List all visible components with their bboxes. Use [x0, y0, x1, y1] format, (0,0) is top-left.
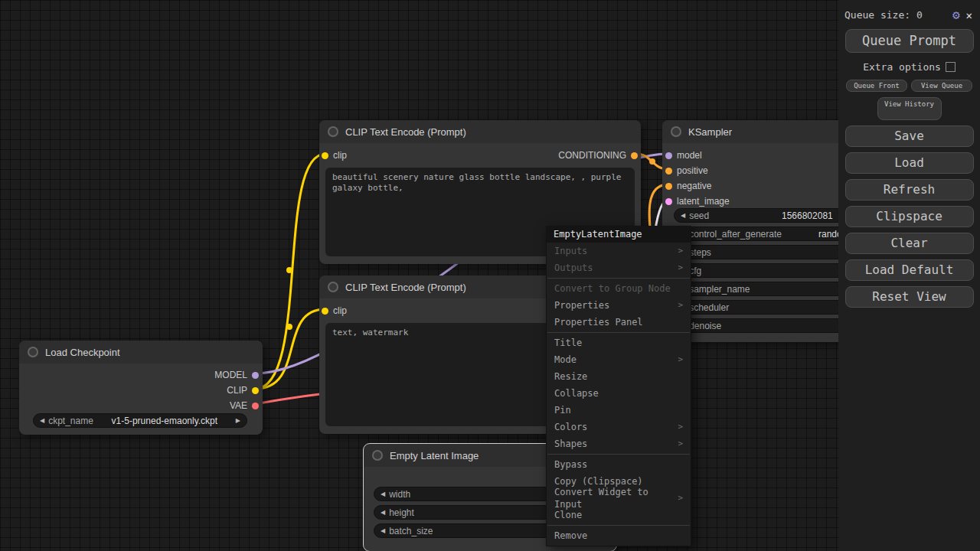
context-menu-item-collapse[interactable]: Collapse	[547, 385, 691, 402]
queue-size-label: Queue size: 0	[844, 9, 946, 21]
output-slot-model[interactable]: MODEL	[214, 370, 259, 380]
context-menu-item-remove[interactable]: Remove	[547, 527, 691, 544]
input-slot-latent-image[interactable]: latent_image	[665, 196, 730, 207]
submenu-arrow-icon: >	[678, 492, 683, 504]
node-title: CLIP Text Encode (Prompt)	[345, 282, 466, 293]
refresh-button[interactable]: Refresh	[845, 179, 974, 201]
node-title: KSampler	[688, 126, 732, 138]
reset-view-button[interactable]: Reset View	[845, 286, 974, 308]
context-menu-title: EmptyLatentImage	[547, 227, 691, 243]
context-menu-item-mode[interactable]: Mode >	[547, 351, 691, 368]
model-output-dot[interactable]	[252, 372, 259, 379]
input-slot-model[interactable]: model	[665, 150, 702, 161]
submenu-arrow-icon: >	[678, 421, 683, 433]
queue-prompt-button[interactable]: Queue Prompt	[845, 29, 974, 53]
input-slot-positive[interactable]: positive	[665, 165, 708, 176]
separator	[547, 525, 690, 526]
context-menu-item-inputs[interactable]: Inputs >	[547, 243, 691, 259]
context-menu-item-outputs[interactable]: Outputs >	[547, 259, 691, 276]
extra-options-label: Extra options	[863, 61, 941, 73]
node-title: Empty Latent Image	[390, 450, 479, 461]
view-queue-button[interactable]: View Queue	[911, 80, 972, 92]
node-title: Load Checkpoint	[45, 347, 120, 358]
node-header[interactable]: Load Checkpoint	[19, 341, 263, 364]
clip-input-dot[interactable]	[322, 152, 328, 159]
output-slot-clip[interactable]: CLIP	[227, 385, 259, 396]
collapse-icon[interactable]	[372, 450, 383, 461]
submenu-arrow-icon: >	[678, 438, 683, 450]
context-menu-item-resize[interactable]: Resize	[547, 368, 691, 385]
context-menu-item-convert-widget-to-input[interactable]: Convert Widget to Input >	[547, 490, 691, 507]
queue-front-button[interactable]: Queue Front	[846, 80, 907, 92]
output-slot-vae[interactable]: VAE	[230, 400, 259, 411]
context-menu-item-colors[interactable]: Colors >	[547, 419, 691, 435]
collapse-icon[interactable]	[28, 347, 38, 357]
clip-input-dot[interactable]	[322, 308, 328, 315]
separator	[547, 454, 690, 455]
positive-input-dot[interactable]	[665, 168, 672, 174]
latent-input-dot[interactable]	[665, 198, 672, 205]
context-menu-item-convert-to-group-node[interactable]: Convert to Group Node	[547, 280, 691, 297]
ckpt-name-combo[interactable]: ◀ ckpt_name v1-5-pruned-emaonly.ckpt ▶	[33, 413, 247, 428]
load-default-button[interactable]: Load Default	[845, 259, 974, 281]
increment-arrow-icon[interactable]: ▶	[236, 417, 240, 424]
decrement-arrow-icon[interactable]: ◀	[381, 509, 385, 516]
context-menu-item-pin[interactable]: Pin	[547, 402, 691, 419]
vae-output-dot[interactable]	[252, 403, 259, 409]
collapse-icon[interactable]	[328, 126, 338, 137]
decrement-arrow-icon[interactable]: ◀	[381, 527, 385, 534]
context-menu-item-title[interactable]: Title	[547, 334, 691, 351]
save-button[interactable]: Save	[845, 126, 974, 147]
load-button[interactable]: Load	[845, 152, 974, 174]
input-slot-clip[interactable]: clip	[322, 305, 347, 316]
model-input-dot[interactable]	[665, 152, 672, 159]
submenu-arrow-icon: >	[678, 262, 683, 274]
conditioning-output-dot[interactable]	[631, 152, 638, 159]
input-slot-clip[interactable]: clip	[322, 150, 347, 161]
collapse-icon[interactable]	[328, 282, 338, 292]
context-menu: EmptyLatentImage Inputs > Outputs > Conv…	[546, 226, 691, 546]
decrement-arrow-icon[interactable]: ◀	[381, 491, 385, 497]
separator	[547, 332, 690, 333]
submenu-arrow-icon: >	[678, 245, 683, 257]
context-menu-item-shapes[interactable]: Shapes >	[547, 435, 691, 452]
context-menu-item-bypass[interactable]: Bypass	[547, 456, 691, 473]
settings-gear-icon[interactable]: ⚙	[952, 8, 960, 22]
extra-options-checkbox[interactable]	[946, 62, 956, 72]
decrement-arrow-icon[interactable]: ◀	[40, 417, 44, 424]
view-history-button[interactable]: View History	[877, 97, 942, 120]
submenu-arrow-icon: >	[678, 354, 683, 366]
negative-input-dot[interactable]	[665, 183, 672, 190]
separator	[547, 278, 690, 279]
node-load-checkpoint[interactable]: Load Checkpoint MODEL CLIP VAE ◀ ckpt_na…	[19, 341, 263, 435]
clipspace-button[interactable]: Clipspace	[845, 206, 974, 227]
submenu-arrow-icon: >	[678, 299, 683, 311]
input-slot-negative[interactable]: negative	[665, 181, 711, 191]
clip-output-dot[interactable]	[252, 387, 259, 394]
output-slot-conditioning[interactable]: CONDITIONING	[558, 150, 638, 161]
context-menu-item-properties[interactable]: Properties >	[547, 297, 691, 314]
collapse-icon[interactable]	[671, 126, 681, 137]
node-title: CLIP Text Encode (Prompt)	[345, 126, 466, 138]
node-header[interactable]: CLIP Text Encode (Prompt)	[319, 120, 641, 143]
close-icon[interactable]: ✕	[966, 9, 972, 21]
decrement-arrow-icon[interactable]: ◀	[681, 212, 685, 219]
main-menu-panel: Queue size: 0 ⚙ ✕ Queue Prompt Extra opt…	[838, 0, 980, 551]
context-menu-item-properties-panel[interactable]: Properties Panel	[547, 314, 691, 331]
clear-button[interactable]: Clear	[845, 233, 974, 254]
